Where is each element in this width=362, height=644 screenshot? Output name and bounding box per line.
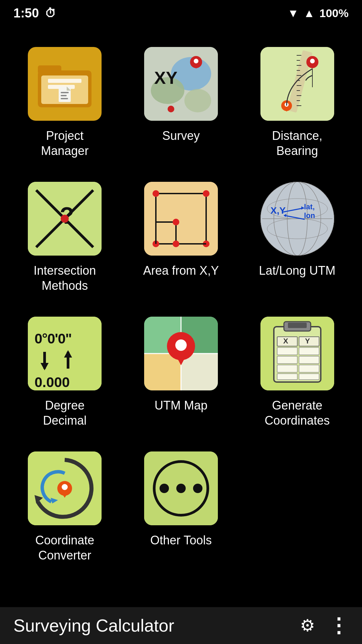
app-icon-utm-map — [144, 317, 218, 390]
app-label-latlong-utm: Lat/Long UTM — [259, 263, 336, 278]
app-label-area-xy: Area from X,Y — [143, 263, 219, 278]
app-label-project-manager: ProjectManager — [41, 128, 88, 158]
app-item-distance-bearing[interactable]: Distance,Bearing — [239, 37, 355, 172]
svg-text:lat,: lat, — [304, 203, 315, 211]
app-grid: ProjectManager XY Survey — [0, 23, 362, 576]
alarm-icon: ⏱ — [45, 7, 56, 20]
svg-text:Y: Y — [305, 337, 310, 345]
svg-point-18 — [168, 106, 174, 112]
svg-rect-87 — [277, 347, 297, 355]
settings-icon[interactable]: ⚙ — [300, 616, 315, 635]
svg-text:X,Y: X,Y — [270, 205, 286, 216]
app-title: Surveying Calculator — [13, 615, 174, 636]
app-icon-latlong-utm: X,Y lat, lon — [260, 182, 334, 256]
svg-point-34 — [310, 59, 315, 63]
bottom-bar: Surveying Calculator ⚙ ⋮ — [0, 607, 362, 644]
app-item-intersection[interactable]: ? IntersectionMethods — [7, 172, 123, 307]
app-icon-degree-decimal: 0°0'0" 0.000 — [28, 317, 102, 390]
svg-text:XY: XY — [154, 68, 177, 88]
svg-text:0.000: 0.000 — [35, 374, 70, 390]
svg-rect-82 — [288, 323, 307, 328]
app-icon-other-tools — [144, 451, 218, 525]
app-item-area-xy[interactable]: Area from X,Y — [123, 172, 239, 307]
svg-text:0°0'0": 0°0'0" — [35, 331, 72, 346]
app-icon-intersection: ? — [28, 182, 102, 256]
svg-text:lon: lon — [304, 211, 315, 220]
app-item-survey[interactable]: XY Survey — [123, 37, 239, 172]
svg-rect-8 — [61, 95, 67, 96]
battery-display: 100% — [319, 7, 349, 20]
svg-rect-91 — [277, 365, 297, 372]
app-icon-project-manager — [28, 47, 102, 121]
svg-rect-93 — [277, 374, 297, 380]
svg-rect-3 — [48, 79, 81, 83]
svg-rect-92 — [299, 365, 319, 372]
app-label-generate-coordinates: GenerateCoordinates — [265, 398, 330, 428]
time-display: 1:50 — [13, 6, 39, 20]
app-item-utm-map[interactable]: UTM Map — [123, 307, 239, 441]
svg-rect-88 — [299, 347, 319, 355]
app-label-intersection: IntersectionMethods — [34, 263, 96, 293]
svg-point-17 — [194, 59, 198, 63]
svg-point-105 — [193, 484, 202, 493]
more-options-icon[interactable]: ⋮ — [328, 614, 349, 637]
app-label-coordinate-converter: CoordinateConverter — [35, 533, 94, 563]
svg-rect-1 — [38, 65, 61, 74]
svg-point-103 — [160, 484, 169, 493]
app-item-coordinate-converter[interactable]: CoordinateConverter — [7, 441, 123, 576]
wifi-icon: ▼ — [288, 7, 299, 20]
app-label-degree-decimal: DegreeDecimal — [43, 398, 86, 428]
bottom-icons: ⚙ ⋮ — [300, 614, 349, 637]
svg-point-46 — [203, 190, 209, 197]
app-icon-generate-coordinates: X Y — [260, 317, 334, 390]
svg-point-49 — [173, 219, 179, 225]
app-item-latlong-utm[interactable]: X,Y lat, lon Lat/Long UTM — [239, 172, 355, 307]
app-icon-coordinate-converter — [28, 451, 102, 525]
svg-rect-94 — [299, 374, 319, 380]
app-item-degree-decimal[interactable]: 0°0'0" 0.000 DegreeDecimal — [7, 307, 123, 441]
app-icon-survey: XY — [144, 47, 218, 121]
app-item-generate-coordinates[interactable]: X Y GenerateCoordinates — [239, 307, 355, 441]
app-label-survey: Survey — [162, 128, 200, 143]
svg-point-50 — [173, 240, 179, 247]
app-icon-distance-bearing — [260, 47, 334, 121]
svg-point-45 — [153, 190, 159, 197]
svg-rect-90 — [299, 356, 319, 364]
svg-point-104 — [176, 484, 186, 493]
svg-point-78 — [175, 339, 187, 351]
svg-text:X: X — [283, 337, 288, 345]
app-label-other-tools: Other Tools — [150, 533, 212, 548]
svg-point-100 — [62, 484, 68, 490]
status-right: ▼ ▲ 100% — [288, 7, 349, 20]
app-item-other-tools[interactable]: Other Tools — [123, 441, 239, 576]
svg-point-42 — [61, 215, 69, 223]
status-bar: 1:50 ⏱ ▼ ▲ 100% — [0, 0, 362, 23]
svg-point-13 — [184, 89, 211, 112]
app-label-utm-map: UTM Map — [155, 398, 207, 413]
app-icon-area-xy — [144, 182, 218, 256]
svg-rect-7 — [61, 92, 69, 93]
app-item-project-manager[interactable]: ProjectManager — [7, 37, 123, 172]
svg-rect-9 — [61, 98, 68, 99]
status-left: 1:50 ⏱ — [13, 6, 56, 20]
app-label-distance-bearing: Distance,Bearing — [272, 128, 322, 158]
signal-icon: ▲ — [303, 7, 315, 20]
svg-rect-89 — [277, 356, 297, 364]
